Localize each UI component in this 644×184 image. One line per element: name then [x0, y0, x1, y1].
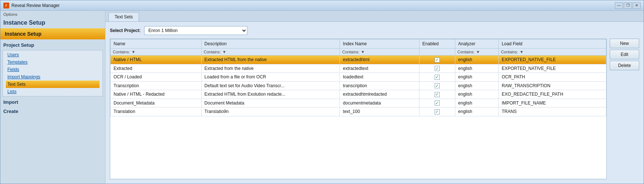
project-setup-header: Project Setup — [0, 39, 105, 49]
cell-load-field: TRANS — [498, 107, 606, 116]
cell-name: Transcription — [111, 81, 202, 90]
action-buttons: New Edit Delete — [610, 39, 639, 179]
cell-enabled: ✓ — [419, 107, 455, 116]
options-label: Options — [0, 11, 105, 17]
cell-analyzer: english — [455, 90, 498, 99]
table-and-buttons: Name Description Index Name Enabled Anal… — [110, 39, 639, 179]
cell-analyzer: english — [455, 56, 498, 64]
cell-enabled: ✓ — [419, 99, 455, 107]
app-icon: r — [3, 3, 9, 8]
cell-description: Translatio9n — [201, 107, 340, 116]
table-row[interactable]: Document_Metadata Document Metadata docu… — [111, 99, 606, 107]
edit-button[interactable]: Edit — [610, 50, 639, 59]
col-description: Description — [201, 39, 340, 49]
cell-index-name: extractedhtml — [340, 56, 420, 64]
cell-index-name: text_100 — [340, 107, 420, 116]
instance-setup-active[interactable]: Instance Setup — [0, 28, 105, 39]
filter-analyzer-icon[interactable]: ▼ — [476, 50, 480, 54]
select-project-label: Select Project: — [110, 28, 140, 33]
instance-setup-header: Instance Setup — [0, 17, 105, 28]
filter-description[interactable]: Contains:▼ — [201, 49, 340, 56]
main-window: r Reveal Review Manager — ❐ ✕ Options In… — [0, 0, 644, 184]
tab-text-sets[interactable]: Text Sets — [108, 12, 139, 21]
filter-name[interactable]: Contains:▼ — [111, 49, 202, 56]
cell-enabled: ✓ — [419, 73, 455, 82]
cell-name: OCR / Loaded — [111, 73, 202, 82]
cell-index-name: extractedtext — [340, 64, 420, 73]
cell-load-field: OCR_PATH — [498, 73, 606, 82]
sidebar-links: Users Templates Fields Import Mappings T… — [3, 50, 103, 96]
cell-enabled: ✓ — [419, 81, 455, 90]
cell-description: Default text set for Audio Video Transcr… — [201, 81, 340, 90]
col-enabled: Enabled — [419, 39, 455, 49]
table-row[interactable]: OCR / Loaded Loaded from a file or from … — [111, 73, 606, 82]
filter-load-field-icon[interactable]: ▼ — [519, 50, 523, 54]
cell-load-field: EXPORTED_NATIVE_FILE — [498, 56, 606, 64]
table-row[interactable]: Transcription Default text set for Audio… — [111, 81, 606, 90]
cell-analyzer: english — [455, 99, 498, 107]
restore-button[interactable]: ❐ — [624, 2, 632, 9]
cell-load-field: RAW_TRANSCRIPTION — [498, 81, 606, 90]
window-controls: — ❐ ✕ — [615, 2, 641, 9]
cell-name: Document_Metadata — [111, 99, 202, 107]
titlebar-left: r Reveal Review Manager — [3, 3, 60, 8]
tab-bar: Text Sets — [105, 11, 644, 22]
filter-load-field[interactable]: Contains:▼ — [498, 49, 606, 56]
enabled-checkbox[interactable]: ✓ — [435, 100, 440, 106]
filter-index-name[interactable]: Contains:▼ — [340, 49, 420, 56]
table-container: Name Description Index Name Enabled Anal… — [110, 39, 607, 179]
sidebar-item-templates[interactable]: Templates — [6, 59, 100, 66]
filter-analyzer[interactable]: Contains:▼ — [455, 49, 498, 56]
cell-load-field: IMPORT_FILE_NAME — [498, 99, 606, 107]
cell-index-name: transcription — [340, 81, 420, 90]
filter-name-icon[interactable]: ▼ — [131, 50, 135, 54]
filter-index-icon[interactable]: ▼ — [361, 50, 365, 54]
sidebar-item-import-mappings[interactable]: Import Mappings — [6, 73, 100, 81]
filter-description-icon[interactable]: ▼ — [222, 50, 226, 54]
col-index-name: Index Name — [340, 39, 420, 49]
enabled-checkbox[interactable]: ✓ — [435, 75, 440, 80]
enabled-checkbox[interactable]: ✓ — [435, 66, 440, 71]
sidebar-item-fields[interactable]: Fields — [6, 66, 100, 73]
cell-name: Extracted — [111, 64, 202, 73]
sidebar-item-text-sets[interactable]: Text Sets — [6, 81, 100, 88]
cell-analyzer: english — [455, 81, 498, 90]
project-select-wrapper[interactable]: Enron 1 Million — [144, 26, 247, 35]
close-button[interactable]: ✕ — [633, 2, 641, 9]
cell-enabled: ✓ — [419, 56, 455, 64]
cell-description: Extracted HTML from Exolution redacte... — [201, 90, 340, 99]
delete-button[interactable]: Delete — [610, 61, 639, 70]
enabled-checkbox[interactable]: ✓ — [435, 83, 440, 88]
sidebar-item-lists[interactable]: Lists — [6, 88, 100, 95]
table-row[interactable]: Extracted Extracted from the native extr… — [111, 64, 606, 73]
cell-description: Extracted HTML from the native — [201, 56, 340, 64]
col-name: Name — [111, 39, 202, 49]
table-row[interactable]: Native / HTML Extracted HTML from the na… — [111, 56, 606, 64]
cell-analyzer: english — [455, 107, 498, 116]
sidebar-item-users[interactable]: Users — [6, 51, 100, 59]
titlebar: r Reveal Review Manager — ❐ ✕ — [0, 0, 644, 11]
new-button[interactable]: New — [610, 39, 639, 48]
col-analyzer: Analyzer — [455, 39, 498, 49]
minimize-button[interactable]: — — [615, 2, 623, 9]
cell-analyzer: english — [455, 73, 498, 82]
cell-index-name: extractedhtmlredacted — [340, 90, 420, 99]
enabled-checkbox[interactable]: ✓ — [435, 92, 440, 97]
panel-body: Select Project: Enron 1 Million Name — [105, 22, 644, 184]
table-row[interactable]: Native / HTML - Redacted Extracted HTML … — [111, 90, 606, 99]
col-load-field: Load Field — [498, 39, 606, 49]
window-title: Reveal Review Manager — [11, 3, 60, 8]
cell-index-name: loadedtext — [340, 73, 420, 82]
cell-load-field: EXO_REDACTED_FILE_PATH — [498, 90, 606, 99]
project-select[interactable]: Enron 1 Million — [144, 26, 247, 35]
enabled-checkbox[interactable]: ✓ — [435, 57, 440, 63]
table-row[interactable]: Translation Translatio9n text_100 ✓ engl… — [111, 107, 606, 116]
cell-index-name: documentmetadata — [340, 99, 420, 107]
select-project-row: Select Project: Enron 1 Million — [110, 26, 639, 35]
cell-description: Document Metadata — [201, 99, 340, 107]
cell-load-field: EXPORTED_NATIVE_FILE — [498, 64, 606, 73]
cell-enabled: ✓ — [419, 90, 455, 99]
enabled-checkbox[interactable]: ✓ — [435, 109, 440, 114]
main-content: Options Instance Setup Instance Setup Pr… — [0, 11, 644, 184]
cell-description: Extracted from the native — [201, 64, 340, 73]
